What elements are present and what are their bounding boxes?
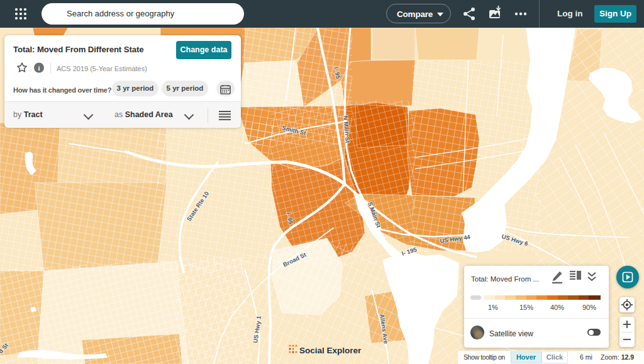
svg-text:i: i xyxy=(38,64,40,72)
svg-text:Social Explorer: Social Explorer xyxy=(299,346,362,355)
